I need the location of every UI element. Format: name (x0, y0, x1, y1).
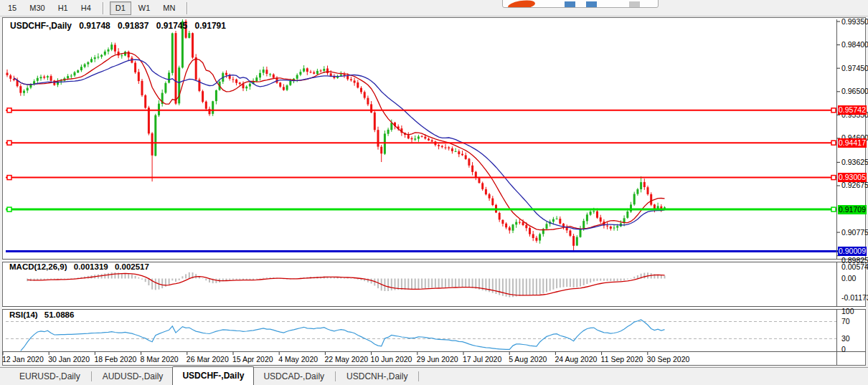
ohlc-low: 0.91745 (156, 21, 187, 31)
timeframe-button-d1[interactable]: D1 (110, 1, 131, 15)
price-tick-label: 0.90775 (841, 229, 868, 237)
date-label: 29 Jun 2020 (417, 356, 458, 363)
window-icon[interactable] (629, 1, 640, 8)
timeframe-toolbar: 15 M30 H1 H4 D1 W1 MN (0, 0, 868, 16)
rsi-name: RSI(14) (9, 310, 38, 319)
symbol-label: USDCHF-,Daily (10, 21, 72, 31)
tab-audusd[interactable]: AUDUSD-,Daily (93, 368, 173, 385)
rsi-axis-label: 30 (841, 335, 850, 343)
toolbar-separator (187, 2, 188, 14)
rsi-axis-label: 0 (841, 346, 846, 353)
pane-separator-dates (2, 351, 866, 352)
date-label: 10 Jun 2020 (371, 356, 412, 363)
date-label: 11 Sep 2020 (601, 356, 643, 363)
rsi-axis-label: 70 (841, 318, 850, 325)
macd-value-main: 0.001319 (74, 262, 108, 271)
price-badge-0.94417: 0.94417 (838, 138, 867, 148)
chart-window (2, 17, 866, 366)
price-badge-0.90009: 0.90009 (838, 247, 867, 256)
macd-axis-label: 0.005744 (841, 263, 868, 271)
timeframe-button-h4[interactable]: H4 (75, 1, 97, 15)
macd-axis-label: -0.011738 (841, 294, 868, 302)
timeframe-button-m30[interactable]: M30 (24, 1, 50, 15)
date-label: 18 Feb 2020 (94, 356, 136, 363)
price-tick-label: 0.97450 (841, 65, 868, 72)
date-label: 22 May 2020 (324, 356, 368, 363)
date-label: 4 May 2020 (278, 356, 318, 363)
date-label: 30 Sep 2020 (647, 356, 690, 363)
date-label: 30 Jan 2020 (48, 356, 90, 363)
macd-value-signal: 0.002517 (115, 262, 149, 271)
tab-separator (335, 371, 336, 381)
pane-separator-rsi[interactable] (2, 306, 866, 310)
date-label: 26 Mar 2020 (187, 356, 229, 363)
timeframe-button-h1[interactable]: H1 (52, 1, 74, 15)
tab-usdchf-active[interactable]: USDCHF-,Daily (172, 366, 254, 385)
floating-toolbar (502, 0, 659, 8)
ohlc-high: 0.91837 (118, 21, 148, 31)
tab-eurusd[interactable]: EURUSD-,Daily (10, 368, 90, 385)
timeframe-button-mn[interactable]: MN (157, 1, 181, 15)
macd-axis-label: 0.00 (841, 275, 856, 282)
price-tick-label: 0.96500 (841, 87, 868, 95)
rsi-axis-label: 100 (841, 308, 854, 315)
price-tick-label: 0.93625 (841, 158, 868, 166)
chart-title: USDCHF-,Daily 0.91748 0.91837 0.91745 0.… (10, 21, 231, 31)
chart-tab-bar: EURUSD-,Daily AUDUSD-,Daily USDCHF-,Dail… (0, 367, 868, 385)
date-label: 12 Jan 2020 (2, 356, 44, 363)
price-tick-label: 0.98400 (841, 41, 868, 49)
date-label: 17 Jul 2020 (463, 356, 501, 363)
timeframe-button-w1[interactable]: W1 (133, 1, 156, 15)
price-tick-label: 0.99350 (841, 18, 868, 26)
toolbar-separator (103, 2, 104, 14)
price-badge-0.91709: 0.91709 (838, 205, 867, 214)
mt4-terminal: 15 M30 H1 H4 D1 W1 MN USDCHF-,Daily 0.91… (0, 0, 868, 385)
date-label: 8 Mar 2020 (141, 356, 179, 363)
broker-logo-icon[interactable] (507, 0, 536, 8)
date-label: 5 Aug 2020 (509, 356, 547, 363)
ohlc-open: 0.91748 (79, 21, 110, 31)
rsi-label: RSI(14) 51.0886 (9, 310, 78, 319)
timeframe-button-m15[interactable]: 15 (2, 1, 22, 15)
tab-separator (418, 371, 419, 381)
ohlc-close: 0.91791 (195, 21, 226, 31)
tab-separator (91, 371, 92, 381)
tab-usdcnh[interactable]: USDCNH-,Daily (337, 368, 417, 385)
price-tick-label: 0.92675 (841, 181, 868, 189)
rsi-value: 51.0886 (44, 310, 75, 319)
macd-name: MACD(12,26,9) (9, 262, 67, 271)
tab-usdcad[interactable]: USDCAD-,Daily (254, 368, 334, 385)
candle-chart-icon[interactable] (586, 1, 597, 8)
price-badge-0.95742: 0.95742 (838, 105, 867, 115)
date-label: 24 Aug 2020 (555, 356, 597, 363)
bar-chart-icon[interactable] (565, 1, 575, 8)
price-badge-0.93005: 0.93005 (838, 173, 867, 182)
macd-label: MACD(12,26,9) 0.001319 0.002517 (9, 262, 154, 271)
date-label: 15 Apr 2020 (232, 356, 273, 363)
